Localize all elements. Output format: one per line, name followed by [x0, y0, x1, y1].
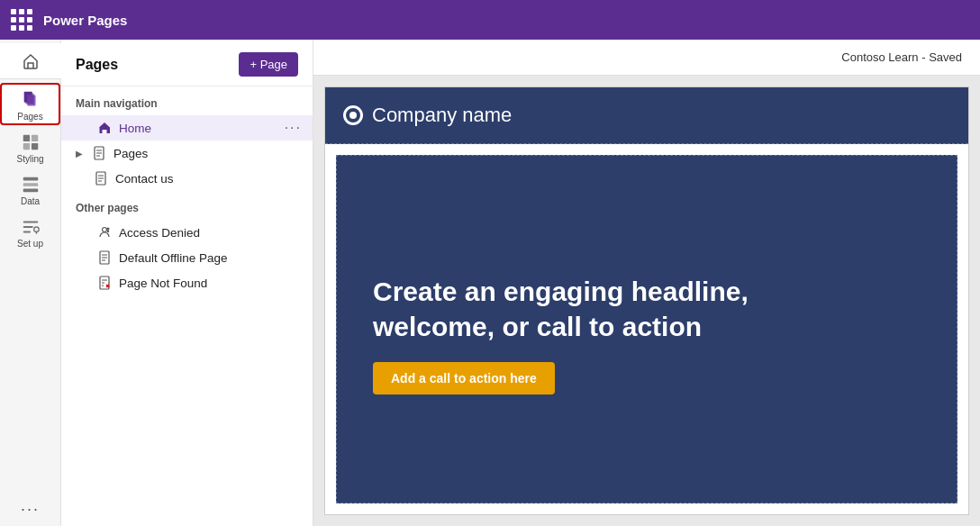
svg-rect-6	[31, 143, 37, 150]
sidebar-item-pages-label: Pages	[17, 112, 42, 122]
svg-rect-3	[23, 135, 29, 141]
preview-site-header: Company name	[325, 87, 968, 144]
preview-company-name: Company name	[372, 104, 512, 127]
logo-circle	[343, 105, 363, 125]
preview-hero: Create an engaging headline, welcome, or…	[336, 155, 957, 503]
pages-panel-header: Pages + Page	[61, 40, 313, 86]
svg-point-19	[103, 228, 107, 232]
logo-inner	[349, 112, 357, 119]
svg-rect-5	[23, 143, 29, 150]
content-area: Contoso Learn - Saved Company name Creat…	[313, 40, 980, 526]
nav-item-home[interactable]: Home ···	[61, 115, 313, 141]
home-button[interactable]	[0, 43, 61, 79]
sidebar-item-setup[interactable]: Set up	[0, 210, 60, 252]
svg-rect-21	[107, 231, 109, 233]
nav-item-pages-label: Pages	[113, 147, 148, 160]
svg-rect-9	[23, 189, 38, 193]
more-options-button[interactable]: ...	[21, 496, 40, 515]
main-layout: Pages Styling Data	[0, 40, 980, 526]
icon-sidebar: Pages Styling Data	[0, 40, 61, 526]
nav-item-home-label: Home	[119, 122, 151, 135]
svg-point-10	[33, 227, 38, 232]
waffle-icon[interactable]	[11, 9, 32, 31]
svg-rect-7	[23, 177, 38, 181]
home-more-button[interactable]: ···	[285, 120, 302, 136]
pages-panel-title: Pages	[76, 57, 118, 73]
main-nav-section-label: Main navigation	[61, 86, 313, 115]
nav-item-contact[interactable]: Contact us	[61, 166, 313, 191]
nav-item-offline-label: Default Offline Page	[119, 251, 228, 265]
nav-item-offline[interactable]: Default Offline Page	[61, 245, 313, 270]
svg-rect-2	[25, 94, 33, 104]
preview-frame: Company name Create an engaging headline…	[324, 86, 969, 515]
save-status: Contoso Learn - Saved	[841, 50, 962, 64]
svg-rect-8	[23, 183, 38, 186]
sidebar-item-pages[interactable]: Pages	[0, 83, 60, 125]
sidebar-item-styling-label: Styling	[16, 154, 43, 164]
nav-item-not-found[interactable]: Page Not Found	[61, 270, 313, 295]
sidebar-item-styling[interactable]: Styling	[0, 125, 60, 168]
preview-headline: Create an engaging headline, welcome, or…	[373, 274, 841, 344]
app-title: Power Pages	[43, 13, 127, 28]
nav-item-pages[interactable]: ▶ Pages	[61, 141, 313, 166]
nav-item-access-denied[interactable]: Access Denied	[61, 220, 313, 245]
add-page-button[interactable]: + Page	[239, 52, 298, 77]
svg-rect-4	[31, 135, 37, 141]
pages-panel: Pages + Page Main navigation Home ··· ▶ …	[61, 40, 313, 526]
nav-item-access-denied-label: Access Denied	[119, 226, 200, 240]
nav-item-contact-label: Contact us	[115, 172, 174, 186]
sidebar-item-data[interactable]: Data	[0, 168, 60, 210]
other-pages-section-label: Other pages	[61, 191, 313, 220]
top-bar: Power Pages	[0, 0, 980, 40]
icon-nav-items: Pages Styling Data	[0, 79, 60, 252]
chevron-right-icon: ▶	[76, 149, 83, 159]
sidebar-item-setup-label: Set up	[17, 239, 43, 249]
sidebar-item-data-label: Data	[21, 196, 40, 206]
content-preview: Company name Create an engaging headline…	[313, 76, 980, 526]
nav-item-not-found-label: Page Not Found	[119, 277, 207, 290]
preview-cta-button[interactable]: Add a call to action here	[373, 362, 555, 394]
svg-point-20	[107, 228, 110, 231]
content-header: Contoso Learn - Saved	[313, 40, 980, 76]
